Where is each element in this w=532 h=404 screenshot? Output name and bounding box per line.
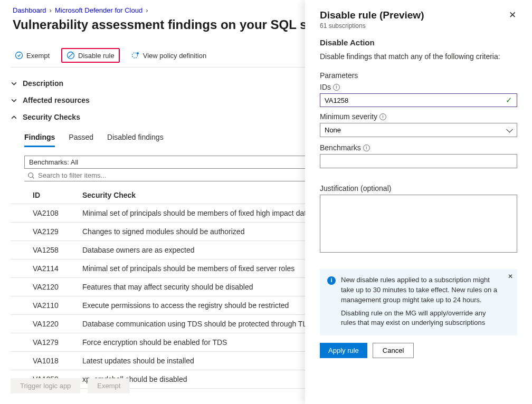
benchmarks-input[interactable] [320, 154, 517, 168]
cell-id: VA2114 [11, 259, 74, 278]
info-icon[interactable]: i [333, 84, 340, 91]
info-banner: i New disable rules applied to a subscri… [320, 269, 517, 335]
justification-textarea[interactable] [320, 195, 517, 253]
info-text: Disabling rule on the MG will apply/over… [341, 309, 502, 329]
exempt-icon [15, 51, 23, 60]
cell-id: VA1258 [11, 241, 74, 259]
chevron-down-icon [11, 97, 17, 104]
policy-icon [131, 51, 140, 60]
view-policy-label: View policy definition [143, 52, 206, 60]
trigger-logic-app-button[interactable]: Trigger logic app [11, 378, 80, 393]
disable-rule-panel: Disable rule (Preview) ✕ 61 subscription… [305, 0, 532, 404]
tab-passed[interactable]: Passed [69, 131, 93, 147]
chevron-down-icon [11, 80, 17, 87]
chevron-right-icon: › [50, 6, 52, 14]
col-id[interactable]: ID [11, 187, 74, 204]
exempt-label: Exempt [26, 52, 50, 60]
cell-id: VA2120 [11, 278, 74, 296]
chevron-up-icon [11, 114, 17, 121]
justification-label: Justification (optional) [320, 184, 517, 193]
cell-id: VA2110 [11, 296, 74, 315]
disable-rule-button[interactable]: Disable rule [62, 49, 119, 62]
svg-point-5 [28, 172, 33, 177]
panel-section-header: Disable Action [320, 38, 517, 47]
cell-id: VA1018 [11, 352, 74, 370]
parameters-label: Parameters [320, 71, 517, 80]
tab-disabled-findings[interactable]: Disabled findings [107, 131, 164, 147]
cell-id: VA2108 [11, 204, 74, 223]
svg-point-0 [16, 52, 23, 59]
svg-line-6 [33, 177, 34, 178]
breadcrumb-item[interactable]: Microsoft Defender for Cloud [55, 6, 142, 14]
ids-label: IDs i [320, 83, 517, 91]
min-severity-label: Minimum severity i [320, 112, 517, 121]
info-icon[interactable]: i [379, 113, 386, 120]
info-text: New disable rules applied to a subscript… [341, 275, 502, 305]
cancel-button[interactable]: Cancel [373, 343, 414, 358]
apply-rule-button[interactable]: Apply rule [320, 343, 367, 358]
disable-icon [66, 51, 75, 60]
search-icon [27, 172, 35, 179]
svg-point-4 [137, 52, 139, 54]
svg-point-3 [132, 53, 137, 58]
info-icon: i [327, 276, 336, 285]
cell-id: VA2129 [11, 223, 74, 241]
benchmarks-label: Benchmarks i [320, 143, 517, 152]
min-severity-select[interactable]: None [320, 123, 517, 137]
svg-line-2 [69, 53, 73, 57]
panel-subtitle: 61 subscriptions [320, 22, 517, 30]
cell-id: VA1220 [11, 315, 74, 333]
panel-description: Disable findings that match any of the f… [320, 52, 517, 61]
disable-rule-label: Disable rule [78, 52, 115, 60]
exempt-button[interactable]: Exempt [11, 49, 54, 62]
close-icon[interactable]: ✕ [508, 272, 513, 281]
tab-findings[interactable]: Findings [24, 131, 55, 147]
cell-id: VA1279 [11, 333, 74, 352]
ids-input[interactable]: ✓ [320, 93, 517, 107]
exempt-footer-button[interactable]: Exempt [88, 378, 130, 393]
check-icon: ✓ [506, 95, 512, 105]
panel-title: Disable rule (Preview) [320, 9, 424, 21]
breadcrumb-item[interactable]: Dashboard [13, 6, 46, 14]
view-policy-button[interactable]: View policy definition [127, 49, 211, 62]
info-icon[interactable]: i [363, 145, 370, 151]
chevron-right-icon: › [146, 6, 148, 14]
close-icon[interactable]: ✕ [508, 9, 517, 21]
